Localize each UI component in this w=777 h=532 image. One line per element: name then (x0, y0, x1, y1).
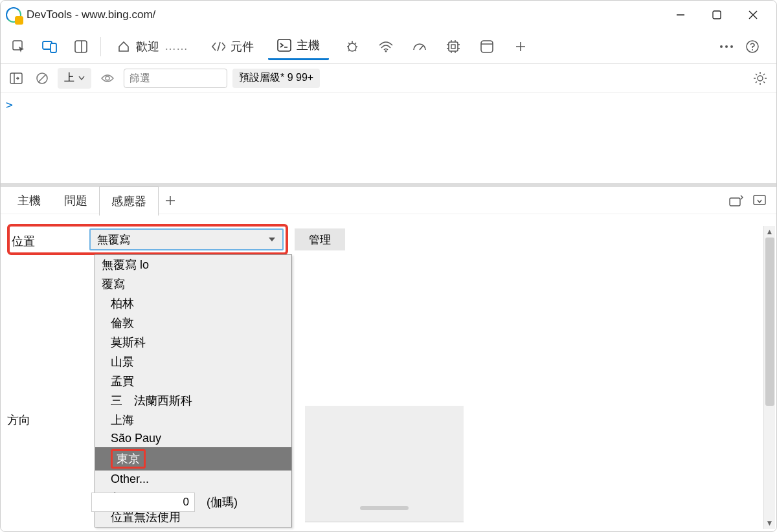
svg-point-38 (752, 49, 753, 50)
svg-rect-9 (278, 39, 291, 51)
scrollbar-thumb[interactable] (765, 238, 774, 406)
svg-rect-21 (451, 45, 455, 49)
application-icon[interactable] (474, 34, 500, 60)
filter-input[interactable] (124, 69, 227, 88)
location-option-mountain-view[interactable]: 山景 (95, 352, 291, 371)
location-dropdown: 無覆寫 lo 覆寫 柏林 倫敦 莫斯科 山景 孟買 三 法蘭西斯科 上海 São… (95, 254, 292, 527)
svg-rect-7 (75, 41, 87, 52)
location-option-override-group: 覆寫 (95, 274, 291, 294)
vertical-scrollbar[interactable]: ▲ ▼ (763, 226, 775, 529)
toggle-sidebar-icon[interactable] (6, 68, 27, 89)
svg-line-15 (355, 43, 356, 44)
svg-point-36 (730, 45, 733, 48)
tab-welcome-label: 歡迎 (136, 39, 159, 54)
svg-line-50 (763, 82, 765, 83)
performance-icon[interactable] (407, 34, 433, 60)
context-label: 上 (64, 71, 74, 85)
svg-line-14 (348, 43, 350, 44)
more-icon[interactable] (719, 44, 734, 49)
svg-point-43 (106, 76, 109, 80)
window-titlebar: DevTools - www.bing.com/ (1, 1, 776, 29)
tab-console[interactable]: 主機 (268, 32, 329, 60)
chevron-down-icon (268, 236, 276, 243)
tab-welcome[interactable]: 歡迎…… (107, 34, 197, 60)
manage-locations-button[interactable]: 管理 (295, 228, 345, 250)
main-tabstrip: 歡迎…… 元件 主機 (1, 29, 776, 64)
svg-line-19 (420, 46, 423, 50)
location-option-tokyo-label: 東京 (111, 449, 146, 469)
chevron-down-icon (78, 76, 85, 81)
help-icon[interactable] (745, 39, 760, 54)
scroll-down-icon[interactable]: ▼ (764, 517, 775, 529)
location-option-london[interactable]: 倫敦 (95, 313, 291, 333)
svg-point-35 (725, 45, 728, 48)
window-title: DevTools - www.bing.com/ (27, 8, 155, 21)
code-icon (211, 39, 225, 54)
console-settings-icon[interactable] (749, 68, 771, 89)
location-option-other[interactable]: Other... (95, 471, 291, 488)
orientation-label: 方向 (7, 408, 85, 428)
svg-point-18 (385, 50, 387, 52)
svg-rect-1 (713, 11, 721, 19)
window-maximize-button[interactable] (709, 7, 725, 23)
drawer-tab-sensors[interactable]: 感應器 (99, 186, 159, 216)
drawer-tabstrip: 主機 問題 感應器 (1, 183, 776, 214)
drawer-add-tab-icon[interactable] (159, 189, 182, 212)
console-toolbar: 上 預設層級* 9 99+ (1, 64, 776, 93)
console-icon (277, 38, 291, 52)
drawer-tab-console[interactable]: 主機 (6, 186, 52, 215)
scroll-up-icon[interactable]: ▲ (764, 226, 775, 238)
location-option-san-francisco[interactable]: 三 法蘭西斯科 (95, 391, 291, 410)
svg-rect-30 (481, 41, 493, 52)
location-row-highlight: 位置 無覆寫 (7, 224, 288, 255)
inspect-element-icon[interactable] (6, 34, 32, 60)
add-tab-icon[interactable] (508, 34, 534, 60)
location-option-moscow[interactable]: 莫斯科 (95, 333, 291, 352)
svg-rect-20 (449, 42, 458, 51)
log-levels-selector[interactable]: 預設層級* 9 99+ (232, 69, 320, 88)
location-select[interactable]: 無覆寫 (89, 228, 284, 250)
log-levels-label: 預設層級* 9 99+ (239, 71, 313, 85)
panel-layout-icon[interactable] (68, 34, 94, 60)
live-expression-icon[interactable] (96, 68, 118, 89)
svg-point-34 (720, 45, 723, 48)
svg-line-42 (38, 74, 46, 82)
location-option-mumbai[interactable]: 孟買 (95, 371, 291, 391)
drawer-expand-icon[interactable] (725, 189, 748, 212)
tab-elements[interactable]: 元件 (202, 34, 263, 60)
location-option-berlin[interactable]: 柏林 (95, 294, 291, 313)
gamma-input[interactable] (91, 493, 195, 512)
bug-icon[interactable] (339, 34, 365, 60)
svg-point-44 (758, 76, 763, 81)
device-orientation-preview[interactable] (305, 406, 464, 522)
console-output: > (1, 93, 776, 183)
window-minimize-button[interactable] (673, 7, 688, 23)
svg-line-52 (756, 82, 757, 83)
device-toolbar-icon[interactable] (37, 34, 63, 60)
wifi-icon[interactable] (373, 34, 399, 60)
devtools-app-icon (6, 7, 21, 23)
svg-line-51 (763, 74, 765, 75)
gamma-label: (伽瑪) (207, 494, 238, 510)
location-option-shanghai[interactable]: 上海 (95, 410, 291, 430)
tab-elements-label: 元件 (231, 39, 254, 54)
svg-rect-6 (51, 43, 56, 52)
home-icon (117, 39, 131, 54)
clear-console-icon[interactable] (32, 68, 52, 89)
context-selector[interactable]: 上 (58, 68, 91, 89)
svg-line-16 (348, 50, 350, 51)
sensors-panel: 位置 無覆寫 管理 無覆寫 lo 覆寫 柏林 倫敦 莫斯科 山景 孟買 三 法蘭… (1, 214, 776, 525)
memory-icon[interactable] (440, 34, 466, 60)
drawer-tab-issues[interactable]: 問題 (52, 186, 99, 215)
drawer-collapse-icon[interactable] (748, 189, 771, 212)
location-option-tokyo[interactable]: 東京 (95, 447, 291, 471)
tab-console-label: 主機 (297, 38, 320, 53)
svg-line-49 (756, 74, 757, 75)
svg-line-17 (355, 50, 356, 51)
console-prompt-icon[interactable]: > (6, 98, 13, 111)
location-label: 位置 (12, 230, 89, 249)
location-option-sao-paulo[interactable]: São Pauy (95, 430, 291, 447)
location-option-no-override[interactable]: 無覆寫 lo (95, 255, 291, 274)
window-close-button[interactable] (745, 7, 761, 23)
location-select-value: 無覆寫 (97, 232, 130, 247)
